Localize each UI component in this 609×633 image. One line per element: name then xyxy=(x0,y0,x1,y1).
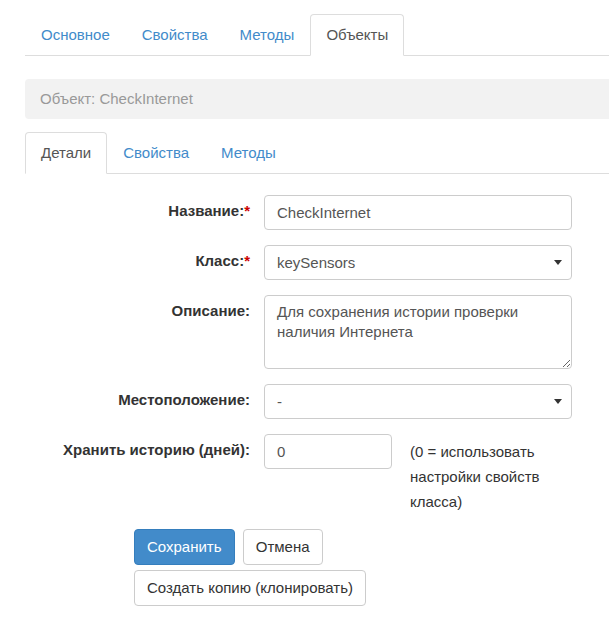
description-textarea[interactable]: Для сохранения истории проверки наличия … xyxy=(264,295,572,369)
tab-obekty-link[interactable]: Объекты xyxy=(310,14,404,56)
subtab-svoystva[interactable]: Свойства xyxy=(107,132,205,174)
cancel-button[interactable]: Отмена xyxy=(243,529,323,565)
tab-svoystva[interactable]: Свойства xyxy=(126,14,224,56)
class-controls: keySensors xyxy=(264,245,572,280)
object-details-form: Название:* Класс:* keySensors Описание: … xyxy=(0,195,609,606)
keep-history-hint: (0 = использовать настройки свойств клас… xyxy=(410,434,580,514)
subtab-detali-link[interactable]: Детали xyxy=(25,132,107,174)
keep-history-label-text: Хранить историю (дней): xyxy=(63,441,250,458)
description-label: Описание: xyxy=(25,295,264,369)
name-input[interactable] xyxy=(264,195,572,230)
form-buttons: Сохранить Отмена Создать копию (клониров… xyxy=(134,529,609,606)
class-required-mark: * xyxy=(244,252,250,269)
object-title-bar: Объект: CheckInternet xyxy=(25,79,609,119)
main-tabs: Основное Свойства Методы Объекты xyxy=(25,14,609,56)
buttons-row-1: Сохранить Отмена xyxy=(134,529,609,565)
subtab-metody-link[interactable]: Методы xyxy=(205,132,292,174)
keep-history-row: Хранить историю (дней): (0 = использоват… xyxy=(25,434,609,514)
name-required-mark: * xyxy=(244,202,250,219)
tab-svoystva-link[interactable]: Свойства xyxy=(126,14,224,56)
description-label-text: Описание: xyxy=(172,302,250,319)
buttons-row-2: Создать копию (клонировать) xyxy=(134,570,609,606)
location-controls: - xyxy=(264,384,572,419)
location-select[interactable]: - xyxy=(264,384,572,419)
tab-osnovnoe[interactable]: Основное xyxy=(25,14,126,56)
tab-metody-link[interactable]: Методы xyxy=(224,14,311,56)
save-button[interactable]: Сохранить xyxy=(134,529,235,565)
tab-osnovnoe-link[interactable]: Основное xyxy=(25,14,126,56)
name-controls xyxy=(264,195,572,230)
description-controls: Для сохранения истории проверки наличия … xyxy=(264,295,572,369)
class-row: Класс:* keySensors xyxy=(25,245,609,280)
class-label-text: Класс: xyxy=(195,252,244,269)
keep-history-label: Хранить историю (дней): xyxy=(25,434,264,514)
subtab-metody[interactable]: Методы xyxy=(205,132,292,174)
keep-history-controls: (0 = использовать настройки свойств клас… xyxy=(264,434,580,514)
name-label: Название:* xyxy=(25,195,264,230)
object-title: Объект: CheckInternet xyxy=(40,90,193,107)
location-select-wrap: - xyxy=(264,384,572,419)
location-label: Местоположение: xyxy=(25,384,264,419)
tab-metody[interactable]: Методы xyxy=(224,14,311,56)
tab-obekty[interactable]: Объекты xyxy=(310,14,404,56)
class-select[interactable]: keySensors xyxy=(264,245,572,280)
subtab-detali[interactable]: Детали xyxy=(25,132,107,174)
location-label-text: Местоположение: xyxy=(118,391,250,408)
clone-button[interactable]: Создать копию (клонировать) xyxy=(134,570,366,606)
subtab-svoystva-link[interactable]: Свойства xyxy=(107,132,205,174)
class-label: Класс:* xyxy=(25,245,264,280)
location-row: Местоположение: - xyxy=(25,384,609,419)
object-sub-tabs: Детали Свойства Методы xyxy=(25,132,609,174)
description-row: Описание: Для сохранения истории проверк… xyxy=(25,295,609,369)
name-row: Название:* xyxy=(25,195,609,230)
keep-history-input[interactable] xyxy=(264,434,392,469)
name-label-text: Название: xyxy=(168,202,244,219)
class-select-wrap: keySensors xyxy=(264,245,572,280)
